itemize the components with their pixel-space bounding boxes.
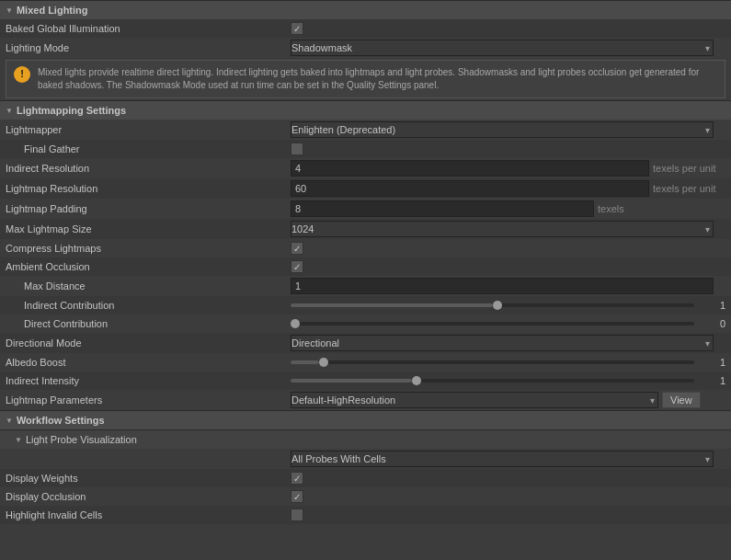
light-probe-vis-header: ▼ Light Probe Visualization [0,429,731,449]
info-icon: ! [14,66,30,83]
direct-contribution-track[interactable] [291,322,694,326]
info-text: Mixed lights provide realtime direct lig… [38,66,717,92]
indirect-contribution-slider-container: 1 [291,300,725,311]
workflow-title: Workflow Settings [17,415,105,426]
lighting-mode-label: Lighting Mode [6,42,291,53]
baked-gi-label: Baked Global Illumination [6,23,291,34]
display-occlusion-checkbox[interactable] [291,490,303,503]
max-distance-row: Max Distance [0,276,731,296]
lightmap-params-dropdown[interactable]: Default-HighResolution [291,392,658,408]
ambient-occlusion-checkbox[interactable] [291,260,303,273]
max-lightmap-size-dropdown[interactable]: 1024 [291,221,714,237]
direct-contribution-thumb[interactable] [291,319,300,328]
lightmapper-label: Lightmapper [6,124,291,135]
display-weights-checkbox[interactable] [291,472,303,485]
lighting-mode-dropdown-wrapper[interactable]: Shadowmask [291,40,714,56]
lightmap-padding-input[interactable] [291,200,594,217]
max-lightmap-size-dropdown-wrapper[interactable]: 1024 [291,221,714,237]
indirect-resolution-unit: texels per unit [653,163,715,174]
indirect-resolution-row: Indirect Resolution texels per unit [0,158,731,178]
highlight-invalid-cells-label: Highlight Invalid Cells [6,509,291,520]
baked-gi-checkbox[interactable] [291,22,303,35]
indirect-resolution-label: Indirect Resolution [6,163,291,174]
all-probes-dropdown-wrapper[interactable]: All Probes With Cells [291,451,714,467]
directional-mode-dropdown-wrapper[interactable]: Directional [291,335,714,351]
ambient-occlusion-label: Ambient Occlusion [6,261,291,272]
lightmap-resolution-label: Lightmap Resolution [6,183,291,194]
lightmapping-title: Lightmapping Settings [17,105,126,116]
lightmapper-row: Lightmapper Enlighten (Deprecated) [0,120,731,140]
lightmap-resolution-value: texels per unit [291,180,725,197]
indirect-intensity-track[interactable] [291,379,694,383]
final-gather-value [291,143,725,155]
lighting-mode-value: Shadowmask [291,40,725,56]
final-gather-checkbox[interactable] [291,143,303,155]
all-probes-row: All Probes With Cells [0,449,731,469]
workflow-arrow: ▼ [6,417,13,425]
max-lightmap-size-label: Max Lightmap Size [6,223,291,234]
info-box: ! Mixed lights provide realtime direct l… [6,60,725,98]
highlight-invalid-cells-row: Highlight Invalid Cells [0,506,731,524]
view-button[interactable]: View [662,392,701,408]
directional-mode-value: Directional [291,335,725,351]
indirect-contribution-value: 1 [291,300,725,311]
direct-contribution-slider-container: 0 [291,318,725,329]
albedo-boost-fill [291,360,319,364]
mixed-lighting-section-header: ▼ Mixed Lighting [0,0,731,19]
indirect-resolution-input[interactable] [291,160,649,177]
lightmap-params-dropdown-wrapper[interactable]: Default-HighResolution [291,392,658,408]
light-probe-vis-arrow: ▼ [15,436,22,444]
compress-lightmaps-checkbox[interactable] [291,242,303,255]
display-weights-value [291,472,725,485]
compress-lightmaps-value [291,242,725,255]
direct-contribution-row: Direct Contribution 0 [0,314,731,333]
direct-contribution-value: 0 [291,318,725,329]
indirect-contribution-row: Indirect Contribution 1 [0,296,731,314]
albedo-boost-row: Albedo Boost 1 [0,353,731,371]
lightmap-resolution-input[interactable] [291,180,649,197]
lightmapper-dropdown-wrapper[interactable]: Enlighten (Deprecated) [291,121,714,138]
max-distance-input[interactable] [291,278,714,294]
display-occlusion-row: Display Occlusion [0,487,731,506]
lightmapping-section-header: ▼ Lightmapping Settings [0,100,731,120]
highlight-invalid-cells-checkbox[interactable] [291,509,303,521]
lightmapper-dropdown[interactable]: Enlighten (Deprecated) [291,121,714,138]
baked-gi-value [291,22,725,35]
lightmap-padding-label: Lightmap Padding [6,203,291,214]
panel: ▼ Mixed Lighting Baked Global Illuminati… [0,0,731,524]
final-gather-label: Final Gather [6,143,291,154]
directional-mode-dropdown[interactable]: Directional [291,335,714,351]
light-probe-vis-label: Light Probe Visualization [26,434,137,445]
albedo-boost-track[interactable] [291,360,694,364]
lightmap-resolution-unit: texels per unit [653,183,715,194]
lightmap-padding-unit: texels [598,203,624,214]
max-distance-label: Max Distance [6,280,291,291]
workflow-rows: All Probes With Cells Display Weights Di… [0,449,731,524]
lighting-mode-row: Lighting Mode Shadowmask [0,38,731,58]
lightmap-params-row: Lightmap Parameters Default-HighResoluti… [0,390,731,410]
compress-lightmaps-label: Compress Lightmaps [6,243,291,254]
lighting-mode-dropdown[interactable]: Shadowmask [291,40,714,56]
lightmapping-arrow: ▼ [6,107,13,115]
indirect-contribution-track[interactable] [291,303,694,307]
albedo-boost-thumb[interactable] [319,358,328,367]
albedo-boost-value: 1 [291,357,725,368]
indirect-contribution-label: Indirect Contribution [6,300,291,311]
compress-lightmaps-row: Compress Lightmaps [0,239,731,257]
lightmap-padding-row: Lightmap Padding texels [0,199,731,219]
indirect-intensity-thumb[interactable] [412,376,421,385]
display-occlusion-value [291,490,725,503]
albedo-boost-val: 1 [698,357,725,368]
max-lightmap-size-row: Max Lightmap Size 1024 [0,219,731,239]
mixed-lighting-arrow: ▼ [6,6,13,15]
workflow-section-header: ▼ Workflow Settings [0,410,731,429]
indirect-intensity-label: Indirect Intensity [6,375,291,386]
all-probes-dropdown[interactable]: All Probes With Cells [291,451,714,467]
all-probes-value: All Probes With Cells [291,451,725,467]
indirect-contribution-thumb[interactable] [493,301,502,310]
display-occlusion-label: Display Occlusion [6,491,291,502]
albedo-boost-label: Albedo Boost [6,357,291,368]
direct-contribution-val: 0 [698,318,725,329]
lightmap-padding-value: texels [291,200,725,217]
lightmapping-rows: Lightmapper Enlighten (Deprecated) Final… [0,120,731,410]
